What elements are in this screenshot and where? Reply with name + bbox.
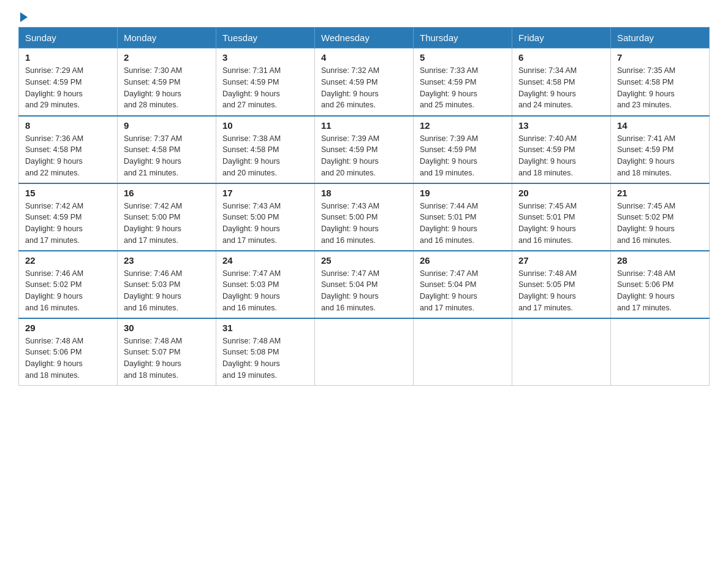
calendar-day-cell: 11Sunrise: 7:39 AMSunset: 4:59 PMDayligh… [315, 116, 414, 183]
day-number: 25 [321, 255, 407, 266]
day-info: Sunrise: 7:30 AMSunset: 4:59 PMDaylight:… [124, 65, 210, 111]
calendar-week-row: 29Sunrise: 7:48 AMSunset: 5:06 PMDayligh… [19, 318, 710, 386]
day-info: Sunrise: 7:36 AMSunset: 4:58 PMDaylight:… [25, 133, 111, 179]
calendar-day-cell: 28Sunrise: 7:48 AMSunset: 5:06 PMDayligh… [611, 251, 710, 318]
day-info: Sunrise: 7:47 AMSunset: 5:03 PMDaylight:… [222, 268, 308, 314]
day-number: 29 [25, 323, 111, 333]
day-info: Sunrise: 7:48 AMSunset: 5:07 PMDaylight:… [124, 335, 210, 381]
calendar-day-cell: 21Sunrise: 7:45 AMSunset: 5:02 PMDayligh… [611, 183, 710, 251]
day-info: Sunrise: 7:48 AMSunset: 5:08 PMDaylight:… [222, 335, 308, 381]
calendar-day-cell [512, 318, 611, 386]
day-number: 22 [25, 255, 111, 266]
calendar-header-row: SundayMondayTuesdayWednesdayThursdayFrid… [19, 28, 710, 48]
calendar-day-cell: 24Sunrise: 7:47 AMSunset: 5:03 PMDayligh… [216, 251, 315, 318]
day-info: Sunrise: 7:35 AMSunset: 4:58 PMDaylight:… [617, 65, 703, 111]
calendar-day-cell: 12Sunrise: 7:39 AMSunset: 4:59 PMDayligh… [414, 116, 512, 183]
day-number: 20 [518, 188, 604, 198]
day-info: Sunrise: 7:32 AMSunset: 4:59 PMDaylight:… [321, 65, 407, 111]
day-info: Sunrise: 7:46 AMSunset: 5:02 PMDaylight:… [25, 268, 111, 314]
day-number: 19 [420, 188, 506, 198]
calendar-day-cell: 23Sunrise: 7:46 AMSunset: 5:03 PMDayligh… [118, 251, 216, 318]
calendar-weekday-monday: Monday [118, 28, 216, 48]
calendar-day-cell: 5Sunrise: 7:33 AMSunset: 4:59 PMDaylight… [414, 48, 512, 116]
calendar-day-cell: 9Sunrise: 7:37 AMSunset: 4:58 PMDaylight… [118, 116, 216, 183]
calendar-table: SundayMondayTuesdayWednesdayThursdayFrid… [18, 27, 710, 386]
day-number: 24 [222, 255, 308, 266]
calendar-weekday-sunday: Sunday [19, 28, 118, 48]
calendar-weekday-friday: Friday [512, 28, 611, 48]
day-info: Sunrise: 7:39 AMSunset: 4:59 PMDaylight:… [321, 133, 407, 179]
day-number: 9 [124, 120, 210, 131]
calendar-day-cell [611, 318, 710, 386]
day-number: 31 [222, 323, 308, 333]
calendar-week-row: 15Sunrise: 7:42 AMSunset: 4:59 PMDayligh… [19, 183, 710, 251]
calendar-day-cell: 4Sunrise: 7:32 AMSunset: 4:59 PMDaylight… [315, 48, 414, 116]
calendar-day-cell: 8Sunrise: 7:36 AMSunset: 4:58 PMDaylight… [19, 116, 118, 183]
day-number: 23 [124, 255, 210, 266]
day-number: 16 [124, 188, 210, 198]
day-info: Sunrise: 7:45 AMSunset: 5:01 PMDaylight:… [518, 201, 604, 247]
day-number: 26 [420, 255, 506, 266]
day-number: 6 [518, 52, 604, 63]
day-info: Sunrise: 7:29 AMSunset: 4:59 PMDaylight:… [25, 65, 111, 111]
calendar-day-cell: 18Sunrise: 7:43 AMSunset: 5:00 PMDayligh… [315, 183, 414, 251]
day-info: Sunrise: 7:48 AMSunset: 5:06 PMDaylight:… [25, 335, 111, 381]
calendar-day-cell [315, 318, 414, 386]
calendar-day-cell: 29Sunrise: 7:48 AMSunset: 5:06 PMDayligh… [19, 318, 118, 386]
day-info: Sunrise: 7:47 AMSunset: 5:04 PMDaylight:… [420, 268, 506, 314]
calendar-day-cell: 31Sunrise: 7:48 AMSunset: 5:08 PMDayligh… [216, 318, 315, 386]
day-info: Sunrise: 7:48 AMSunset: 5:05 PMDaylight:… [518, 268, 604, 314]
day-number: 12 [420, 120, 506, 131]
day-info: Sunrise: 7:46 AMSunset: 5:03 PMDaylight:… [124, 268, 210, 314]
day-number: 15 [25, 188, 111, 198]
calendar-weekday-wednesday: Wednesday [315, 28, 414, 48]
calendar-day-cell: 30Sunrise: 7:48 AMSunset: 5:07 PMDayligh… [118, 318, 216, 386]
calendar-week-row: 8Sunrise: 7:36 AMSunset: 4:58 PMDaylight… [19, 116, 710, 183]
calendar-day-cell: 2Sunrise: 7:30 AMSunset: 4:59 PMDaylight… [118, 48, 216, 116]
logo [18, 12, 28, 21]
page-header [18, 12, 710, 21]
day-number: 30 [124, 323, 210, 333]
day-info: Sunrise: 7:44 AMSunset: 5:01 PMDaylight:… [420, 201, 506, 247]
day-number: 2 [124, 52, 210, 63]
day-info: Sunrise: 7:41 AMSunset: 4:59 PMDaylight:… [617, 133, 703, 179]
calendar-day-cell: 19Sunrise: 7:44 AMSunset: 5:01 PMDayligh… [414, 183, 512, 251]
day-number: 21 [617, 188, 703, 198]
day-info: Sunrise: 7:43 AMSunset: 5:00 PMDaylight:… [321, 201, 407, 247]
day-info: Sunrise: 7:45 AMSunset: 5:02 PMDaylight:… [617, 201, 703, 247]
calendar-day-cell: 27Sunrise: 7:48 AMSunset: 5:05 PMDayligh… [512, 251, 611, 318]
day-info: Sunrise: 7:47 AMSunset: 5:04 PMDaylight:… [321, 268, 407, 314]
calendar-day-cell: 26Sunrise: 7:47 AMSunset: 5:04 PMDayligh… [414, 251, 512, 318]
day-number: 10 [222, 120, 308, 131]
calendar-week-row: 1Sunrise: 7:29 AMSunset: 4:59 PMDaylight… [19, 48, 710, 116]
calendar-day-cell: 17Sunrise: 7:43 AMSunset: 5:00 PMDayligh… [216, 183, 315, 251]
day-info: Sunrise: 7:37 AMSunset: 4:58 PMDaylight:… [124, 133, 210, 179]
calendar-day-cell: 1Sunrise: 7:29 AMSunset: 4:59 PMDaylight… [19, 48, 118, 116]
day-info: Sunrise: 7:42 AMSunset: 4:59 PMDaylight:… [25, 201, 111, 247]
calendar-week-row: 22Sunrise: 7:46 AMSunset: 5:02 PMDayligh… [19, 251, 710, 318]
day-info: Sunrise: 7:43 AMSunset: 5:00 PMDaylight:… [222, 201, 308, 247]
calendar-weekday-thursday: Thursday [414, 28, 512, 48]
calendar-day-cell: 13Sunrise: 7:40 AMSunset: 4:59 PMDayligh… [512, 116, 611, 183]
calendar-day-cell: 14Sunrise: 7:41 AMSunset: 4:59 PMDayligh… [611, 116, 710, 183]
calendar-weekday-saturday: Saturday [611, 28, 710, 48]
day-number: 8 [25, 120, 111, 131]
day-number: 27 [518, 255, 604, 266]
calendar-day-cell: 25Sunrise: 7:47 AMSunset: 5:04 PMDayligh… [315, 251, 414, 318]
calendar-day-cell [414, 318, 512, 386]
day-info: Sunrise: 7:33 AMSunset: 4:59 PMDaylight:… [420, 65, 506, 111]
calendar-day-cell: 15Sunrise: 7:42 AMSunset: 4:59 PMDayligh… [19, 183, 118, 251]
day-number: 7 [617, 52, 703, 63]
day-number: 17 [222, 188, 308, 198]
logo-arrow-icon [20, 12, 28, 22]
calendar-day-cell: 10Sunrise: 7:38 AMSunset: 4:58 PMDayligh… [216, 116, 315, 183]
calendar-day-cell: 6Sunrise: 7:34 AMSunset: 4:58 PMDaylight… [512, 48, 611, 116]
day-number: 3 [222, 52, 308, 63]
day-number: 5 [420, 52, 506, 63]
day-number: 4 [321, 52, 407, 63]
day-info: Sunrise: 7:38 AMSunset: 4:58 PMDaylight:… [222, 133, 308, 179]
day-number: 13 [518, 120, 604, 131]
day-number: 18 [321, 188, 407, 198]
day-number: 1 [25, 52, 111, 63]
day-info: Sunrise: 7:48 AMSunset: 5:06 PMDaylight:… [617, 268, 703, 314]
